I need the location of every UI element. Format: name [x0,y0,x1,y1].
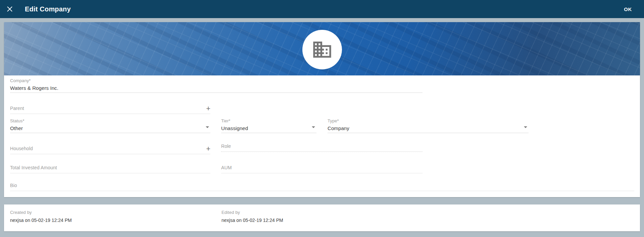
close-icon[interactable] [5,4,15,14]
edited-by-value: nexjsa on 05-02-19 12:24 PM [221,218,283,223]
dialog-header: Edit Company OK [0,0,644,18]
type-label: Type* [328,118,529,123]
company-banner [4,22,640,75]
audit-footer: Created by nexjsa on 05-02-19 12:24 PM E… [4,204,640,231]
type-select[interactable]: Type* Company [328,118,529,133]
role-label: Role [221,143,423,149]
household-field[interactable]: Household + [10,144,210,154]
status-value: Other [10,125,210,131]
parent-field[interactable]: Parent + [10,104,210,114]
company-avatar[interactable] [302,30,342,69]
chevron-down-icon[interactable] [206,126,209,128]
created-by: Created by nexjsa on 05-02-19 12:24 PM [10,210,72,223]
parent-label: Parent [10,106,24,111]
status-select[interactable]: Status* Other [10,118,210,133]
role-field: Role [221,143,423,152]
created-by-label: Created by [10,210,72,215]
tier-label: Tier* [221,118,316,123]
total-invested-amount-field[interactable]: Total Invested Amount [10,163,210,173]
add-parent-icon[interactable]: + [206,105,210,112]
created-by-value: nexjsa on 05-02-19 12:24 PM [10,218,72,223]
edited-by-label: Edited by [221,210,283,215]
ok-button[interactable]: OK [622,4,634,15]
tier-value: Unassigned [221,125,316,131]
edit-company-dialog: Edit Company OK Company* Waters & Rogers… [0,0,644,237]
dialog-title: Edit Company [25,5,71,13]
building-icon [311,39,333,60]
company-form: Company* Waters & Rogers Inc. Parent + S… [4,75,640,197]
chevron-down-icon[interactable] [312,126,315,128]
status-label: Status* [10,118,210,123]
type-value: Company [328,125,529,131]
company-input[interactable]: Waters & Rogers Inc. [10,85,423,91]
bio-label: Bio [10,183,17,188]
add-household-icon[interactable]: + [206,145,210,152]
company-field[interactable]: Company* Waters & Rogers Inc. [10,78,423,93]
bio-field[interactable]: Bio [10,181,634,191]
chevron-down-icon[interactable] [524,126,527,128]
aum-field[interactable]: AUM [221,163,423,173]
company-label: Company* [10,78,423,83]
total-invested-amount-label: Total Invested Amount [10,165,57,170]
tier-select[interactable]: Tier* Unassigned [221,118,316,133]
aum-label: AUM [221,165,232,170]
household-label: Household [10,146,33,151]
edited-by: Edited by nexjsa on 05-02-19 12:24 PM [221,210,283,223]
